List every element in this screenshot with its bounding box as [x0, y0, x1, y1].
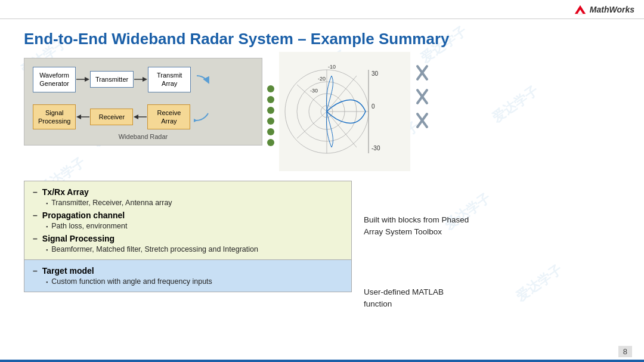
diagram-box: Waveform Generator Transmitter Transmit …: [24, 58, 262, 146]
arrow-sp-from-recv: [76, 113, 90, 121]
right-text-matlab: User-defined MATLAB function: [364, 286, 477, 311]
mathworks-logo-text: MathWorks: [590, 5, 634, 14]
bottom-border: [0, 360, 644, 362]
target-icon-2: [415, 88, 436, 106]
svg-text:-30: -30: [371, 145, 380, 151]
arrow-receive-in: [194, 109, 212, 125]
block-receive-array: Receive Array: [147, 104, 190, 130]
block-signal-processing: Signal Processing: [33, 104, 76, 130]
main-content: End-to-End Wideband Radar System – Examp…: [0, 19, 644, 362]
target-icons: [415, 58, 436, 129]
page-title: End-to-End Wideband Radar System – Examp…: [24, 30, 620, 48]
page-content: MathWorks End-to-End Wideband Radar Syst…: [0, 0, 644, 362]
polar-chart-area: 0 30 -30 -10 -20 -30: [279, 52, 410, 174]
bullet-sub-prop: ▪ Path loss, environment: [46, 222, 343, 230]
svg-text:0: 0: [371, 103, 375, 110]
arrow-transmit-out: [194, 71, 212, 88]
bullet-section-normal: – Tx/Rx Array ▪ Transmitter, Receiver, A…: [24, 181, 352, 260]
bullet-section-target: – Target model ▪ Custom function with an…: [24, 259, 352, 292]
block-transmitter: Transmitter: [90, 71, 134, 88]
bullets-container: – Tx/Rx Array ▪ Transmitter, Receiver, A…: [24, 181, 352, 292]
svg-text:30: 30: [371, 70, 379, 77]
svg-marker-3: [85, 77, 89, 82]
dot-4: [267, 117, 274, 125]
block-transmit-array: Transmit Array: [148, 67, 191, 92]
svg-marker-5: [143, 77, 147, 82]
bullet-sub-target: ▪ Custom function with angle and frequen…: [46, 277, 343, 286]
mathworks-logo-icon: [574, 3, 587, 16]
dot-5: [267, 128, 274, 135]
arrow-recv-from-ra: [133, 113, 147, 121]
polar-chart: 0 30 -30 -10 -20 -30: [279, 52, 410, 171]
top-bar: MathWorks: [0, 0, 644, 19]
right-text-column: Built with blocks from Phased Array Syst…: [364, 178, 477, 310]
bullet-main-prop: – Propagation channel: [33, 211, 343, 220]
arrow-wg-to-tx: [76, 75, 90, 83]
bullet-main-txrx: – Tx/Rx Array: [33, 187, 343, 197]
bullet-main-target: – Target model: [33, 266, 343, 276]
svg-text:-10: -10: [328, 64, 336, 70]
dot-3: [267, 107, 274, 114]
right-text-phased: Built with blocks from Phased Array Syst…: [364, 214, 477, 239]
block-receiver: Receiver: [90, 109, 133, 125]
dot-2: [267, 96, 274, 103]
target-icon-1: [415, 64, 436, 82]
svg-marker-7: [76, 115, 81, 119]
dot-column: [262, 58, 279, 174]
svg-text:-30: -30: [310, 88, 318, 94]
dot-1: [267, 85, 274, 92]
diagram-row-1: Waveform Generator Transmitter Transmit …: [33, 67, 253, 92]
svg-text:-20: -20: [318, 76, 326, 82]
target-icon-3: [415, 112, 436, 129]
diagram-row-2: Signal Processing Receiver Receive Array: [33, 104, 253, 130]
arrow-tx-to-ta: [134, 75, 148, 83]
bullet-sub-txrx: ▪ Transmitter, Receiver, Antenna array: [46, 199, 343, 207]
block-waveform-generator: Waveform Generator: [33, 67, 76, 92]
bullet-sub-signal: ▪ Beamformer, Matched filter, Stretch pr…: [46, 245, 343, 253]
page-number: 8: [618, 346, 632, 357]
diagram-label: Wideband Radar: [33, 133, 253, 140]
bullet-main-signal: – Signal Processing: [33, 234, 343, 243]
dot-6: [267, 139, 274, 146]
mathworks-logo: MathWorks: [574, 3, 634, 16]
svg-marker-9: [134, 115, 138, 119]
